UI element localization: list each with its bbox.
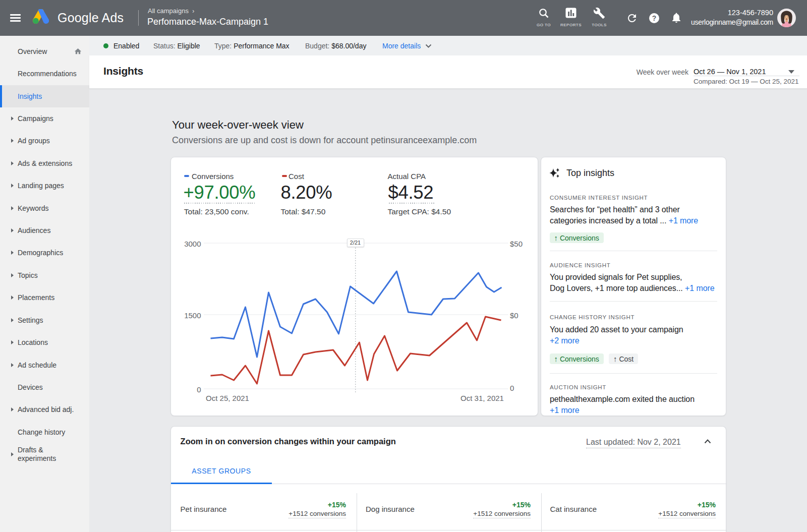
svg-text:?: ? — [652, 14, 657, 22]
